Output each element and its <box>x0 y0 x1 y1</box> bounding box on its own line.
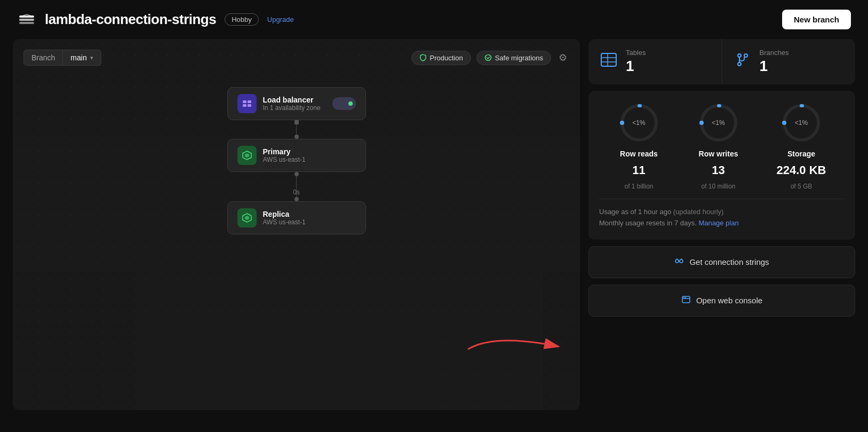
svg-rect-2 <box>19 22 34 24</box>
shield-icon <box>419 54 427 61</box>
svg-marker-9 <box>245 153 249 158</box>
safe-migrations-badge: Safe migrations <box>476 51 551 65</box>
branches-label: Branches <box>760 49 789 57</box>
load-balancer-node: Load balancer In 1 availability zone <box>227 87 366 120</box>
main-layout: Branch main ▾ Production <box>0 39 868 423</box>
latency-label: 0s <box>293 188 300 196</box>
svg-point-19 <box>738 62 741 66</box>
svg-rect-4 <box>243 100 246 103</box>
row-reads-value: 11 <box>632 163 645 177</box>
load-balancer-name: Load balancer <box>263 96 326 104</box>
svg-point-23 <box>620 121 624 125</box>
open-web-console-button[interactable]: Open web console <box>588 285 855 317</box>
header-left: lambda-connection-strings Hobby Upgrade <box>17 10 294 29</box>
logo-icon <box>17 10 36 29</box>
connector-1 <box>294 120 299 139</box>
load-balancer-icon <box>237 94 257 113</box>
get-connection-strings-button[interactable]: Get connection strings <box>588 246 855 278</box>
storage-gauge: <1% Storage 224.0 KB of 5 GB <box>777 101 826 190</box>
plan-badge: Hobby <box>225 13 259 26</box>
tables-icon <box>599 50 618 73</box>
svg-rect-7 <box>248 104 251 107</box>
load-balancer-info: Load balancer In 1 availability zone <box>263 96 326 112</box>
replica-info: Replica AWS us-east-1 <box>263 210 356 226</box>
tables-label: Tables <box>626 49 646 57</box>
reset-text: Monthly usage resets in 7 days. <box>599 219 697 227</box>
settings-button[interactable]: ⚙ <box>556 50 569 66</box>
lb-toggle[interactable] <box>332 97 356 110</box>
row-writes-circle: <1% <box>697 101 740 144</box>
usage-reset: Monthly usage resets in 7 days. Manage p… <box>599 218 845 229</box>
connector-dot-bottom <box>294 135 299 139</box>
usage-gauges: <1% Row reads 11 of 1 billion <1% <box>599 101 845 190</box>
usage-as-of: Usage as of 1 hour ago <box>599 208 671 216</box>
console-icon <box>681 295 691 307</box>
connector-line-1 <box>296 124 297 135</box>
svg-point-26 <box>699 121 704 125</box>
new-branch-button[interactable]: New branch <box>782 10 851 29</box>
right-panel: Tables 1 Branches 1 <box>588 39 855 410</box>
primary-icon <box>237 146 257 165</box>
branches-icon <box>733 50 752 73</box>
svg-rect-6 <box>243 104 246 107</box>
connector-dot-top <box>294 120 299 124</box>
chevron-down-icon: ▾ <box>90 54 93 61</box>
replica-icon <box>237 208 257 227</box>
row-writes-pct: <1% <box>712 119 724 127</box>
branches-value: 1 <box>760 58 789 75</box>
safe-migrations-label: Safe migrations <box>495 54 543 62</box>
storage-pct: <1% <box>795 119 808 127</box>
connector-2: 0s <box>293 172 300 201</box>
check-circle-icon <box>484 54 492 61</box>
row-writes-label: Row writes <box>699 150 738 158</box>
upgrade-link[interactable]: Upgrade <box>267 15 294 23</box>
svg-point-18 <box>744 54 747 57</box>
storage-value: 224.0 KB <box>777 163 826 177</box>
usage-footer: Usage as of 1 hour ago (updated hourly) … <box>599 199 845 229</box>
usage-timestamp: Usage as of 1 hour ago (updated hourly) <box>599 207 845 218</box>
production-label: Production <box>430 54 463 62</box>
status-badges: Production Safe migrations ⚙ <box>411 50 569 66</box>
primary-node: Primary AWS us-east-1 <box>227 139 366 172</box>
svg-point-29 <box>782 121 786 125</box>
stats-row: Tables 1 Branches 1 <box>588 39 855 84</box>
storage-label: Storage <box>787 150 815 158</box>
row-writes-sub: of 10 million <box>702 183 736 190</box>
manage-plan-link[interactable]: Manage plan <box>698 219 738 227</box>
replica-sub: AWS us-east-1 <box>263 218 356 226</box>
primary-sub: AWS us-east-1 <box>263 156 356 163</box>
svg-point-38 <box>685 297 686 298</box>
connector-dot-mid-top <box>294 172 299 176</box>
replica-name: Replica <box>263 210 356 218</box>
primary-name: Primary <box>263 147 356 156</box>
usage-section: <1% Row reads 11 of 1 billion <1% <box>588 91 855 240</box>
primary-info: Primary AWS us-east-1 <box>263 147 356 163</box>
toggle-indicator <box>348 101 353 106</box>
header: lambda-connection-strings Hobby Upgrade … <box>0 0 868 39</box>
tables-stat: Tables 1 <box>588 39 722 84</box>
row-reads-pct: <1% <box>632 119 645 127</box>
branch-label: Branch <box>23 50 63 66</box>
svg-point-37 <box>683 297 684 298</box>
connection-strings-icon <box>674 256 684 268</box>
row-reads-label: Row reads <box>620 150 658 158</box>
branch-dropdown[interactable]: main ▾ <box>63 50 101 66</box>
row-writes-value: 13 <box>712 163 724 177</box>
svg-point-17 <box>738 54 741 57</box>
tables-value: 1 <box>626 58 646 75</box>
storage-circle: <1% <box>780 101 823 144</box>
row-reads-gauge: <1% Row reads 11 of 1 billion <box>618 101 660 190</box>
svg-point-30 <box>675 260 679 263</box>
connection-strings-label: Get connection strings <box>689 257 769 266</box>
svg-rect-5 <box>248 100 251 103</box>
connector-dot-mid-bottom <box>294 197 299 201</box>
svg-point-31 <box>680 260 683 263</box>
branches-info: Branches 1 <box>760 49 789 75</box>
tables-info: Tables 1 <box>626 49 646 75</box>
svg-rect-1 <box>19 19 34 21</box>
svg-marker-11 <box>245 216 249 220</box>
updated-text: (updated hourly) <box>673 208 724 216</box>
row-reads-circle: <1% <box>618 101 660 144</box>
svg-rect-13 <box>601 53 616 66</box>
storage-sub: of 5 GB <box>791 183 813 190</box>
